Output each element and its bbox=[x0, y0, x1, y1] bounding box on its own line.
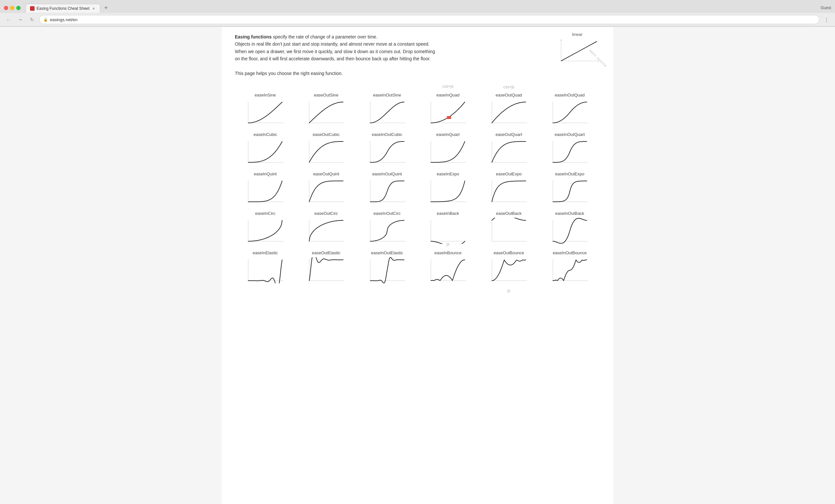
easing-cell-easeoutexpo[interactable]: easeOutExpo bbox=[478, 169, 539, 208]
easeInQuart-svg bbox=[425, 139, 471, 165]
easing-name-easeinoutexpo: easeInOutExpo bbox=[555, 171, 585, 176]
easing-name-easeinexpo: easeInExpo bbox=[437, 171, 459, 176]
intro-section: Easing functions specify the rate of cha… bbox=[235, 33, 489, 77]
easing-cell-easeinoutquad[interactable]: easeInOutQuad bbox=[539, 90, 600, 129]
easeOutBack-svg bbox=[486, 218, 532, 244]
easing-name-easeinsine: easeInSine bbox=[255, 92, 276, 98]
easing-cell-easeoutelastic[interactable]: easeOutElastic bbox=[296, 248, 357, 287]
tab-bar: Easing Functions Cheat Sheet ✕ + bbox=[26, 3, 110, 13]
easing-name-easeoutquint: easeOutQuint bbox=[313, 171, 339, 176]
easeInBack-svg bbox=[425, 218, 471, 244]
easeInOutQuint-svg bbox=[364, 178, 410, 204]
easeInOutSine-svg bbox=[364, 100, 410, 126]
easing-name-easeoutback: easeOutBack bbox=[496, 211, 522, 216]
easeInCirc-svg bbox=[242, 218, 288, 244]
easing-name-easeoutquart: easeOutQuart bbox=[495, 132, 522, 137]
easing-cell-easeoutcirc[interactable]: easeOutCirc bbox=[296, 208, 357, 248]
easing-cell-easeincirc[interactable]: easeInCirc bbox=[235, 208, 296, 248]
easing-cell-easeoutback[interactable]: easeOutBack bbox=[478, 208, 539, 248]
easing-grid: easeInSineeaseOutSineeaseInOutSineeaseIn… bbox=[235, 90, 600, 287]
easeOutQuart-svg bbox=[486, 139, 532, 165]
easeInOutElastic-svg bbox=[364, 257, 410, 283]
easing-name-easeinquart: easeInQuart bbox=[436, 132, 460, 137]
svg-text:t: t bbox=[597, 59, 598, 63]
page-content: Easing functions specify the rate of cha… bbox=[222, 27, 613, 504]
easing-cell-easeoutquint[interactable]: easeOutQuint bbox=[296, 169, 357, 208]
easing-cell-easeinelastic[interactable]: easeInElastic bbox=[235, 248, 296, 287]
easing-name-easeinoutcirc: easeInOutCirc bbox=[373, 211, 401, 216]
title-bar: Easing Functions Cheat Sheet ✕ + Guest bbox=[0, 0, 835, 13]
easing-name-easeoutsine: easeOutSine bbox=[314, 92, 338, 98]
active-tab[interactable]: Easing Functions Cheat Sheet ✕ bbox=[26, 4, 100, 13]
minimize-button[interactable] bbox=[10, 6, 14, 10]
easeInOutCubic-svg bbox=[364, 139, 410, 165]
easing-cell-easeinoutelastic[interactable]: easeInOutElastic bbox=[357, 248, 418, 287]
easing-name-easeinoutquint: easeInOutQuint bbox=[372, 171, 402, 176]
easing-cell-easeinoutbounce[interactable]: easeInOutBounce bbox=[539, 248, 600, 287]
easing-cell-easeinquint[interactable]: easeInQuint bbox=[235, 169, 296, 208]
easing-name-easeoutcirc: easeOutCirc bbox=[314, 211, 338, 216]
easeInQuad-svg bbox=[425, 100, 471, 126]
easing-cell-easeoutquad[interactable]: easeOutQuad bbox=[478, 90, 539, 129]
intro-p5: This page helps you choose the right eas… bbox=[235, 70, 489, 77]
easing-name-easeoutbounce: easeOutBounce bbox=[493, 250, 524, 255]
easing-name-easeoutelastic: easeOutElastic bbox=[312, 250, 340, 255]
easing-cell-easeinbounce[interactable]: easeInBouncejs bbox=[418, 248, 478, 287]
traffic-lights bbox=[4, 6, 21, 10]
more-options-button[interactable]: ⋮ bbox=[822, 15, 831, 24]
easing-name-easeoutcubic: easeOutCubic bbox=[313, 132, 340, 137]
nav-bar: ← → ↻ 🔒 easings.net/en ⋮ bbox=[0, 13, 835, 26]
address-bar[interactable]: 🔒 easings.net/en bbox=[39, 15, 819, 24]
intro-bold: Easing functions bbox=[235, 34, 272, 39]
css-js-row-label: css+js bbox=[235, 85, 600, 89]
easeInOutBounce-svg bbox=[547, 257, 593, 283]
intro-p2: Objects in real life don't just start an… bbox=[235, 40, 489, 48]
easeInElastic-svg bbox=[242, 257, 288, 283]
easeInBounce-svg bbox=[425, 257, 471, 283]
forward-button[interactable]: → bbox=[16, 15, 25, 24]
easing-cell-easeoutcubic[interactable]: easeOutCubic bbox=[296, 129, 357, 169]
easing-name-easeinquint: easeInQuint bbox=[254, 171, 277, 176]
maximize-button[interactable] bbox=[16, 6, 21, 10]
intro-text: specify the rate of change of a paramete… bbox=[272, 34, 378, 39]
easeInOutQuad-svg bbox=[547, 100, 593, 126]
easeInSine-svg bbox=[242, 100, 288, 126]
easing-cell-easeinoutexpo[interactable]: easeInOutExpo bbox=[539, 169, 600, 208]
easeInOutExpo-svg bbox=[547, 178, 593, 204]
tab-favicon bbox=[30, 6, 35, 11]
easing-cell-easeoutbounce[interactable]: easeOutBounce bbox=[478, 248, 539, 287]
intro-p4: on the floor, and it will first accelera… bbox=[235, 55, 489, 62]
easing-name-easeinoutquad: easeInOutQuad bbox=[555, 92, 585, 98]
easing-cell-easeinexpo[interactable]: easeInExpo bbox=[418, 169, 478, 208]
tab-close-button[interactable]: ✕ bbox=[91, 6, 96, 11]
easing-cell-easeinoutquint[interactable]: easeInOutQuint bbox=[357, 169, 418, 208]
easing-name-easeinelastic: easeInElastic bbox=[253, 250, 278, 255]
easing-name-easeoutexpo: easeOutExpo bbox=[496, 171, 522, 176]
easing-cell-easeinquart[interactable]: easeInQuart bbox=[418, 129, 478, 169]
refresh-button[interactable]: ↻ bbox=[27, 15, 37, 24]
easing-name-easeinoutsine: easeInOutSine bbox=[373, 92, 401, 98]
easing-name-easeinoutcubic: easeInOutCubic bbox=[372, 132, 402, 137]
easing-cell-easeinoutcubic[interactable]: easeInOutCubic bbox=[357, 129, 418, 169]
easing-name-easeoutquad: easeOutQuad bbox=[496, 92, 522, 98]
easing-cell-easeoutquart[interactable]: easeOutQuart bbox=[478, 129, 539, 169]
browser-chrome: Easing Functions Cheat Sheet ✕ + Guest ←… bbox=[0, 0, 835, 27]
tab-title: Easing Functions Cheat Sheet bbox=[37, 6, 89, 11]
easing-cell-easeinsine[interactable]: easeInSine bbox=[235, 90, 296, 129]
easing-name-easeinoutbounce: easeInOutBounce bbox=[553, 250, 587, 255]
new-tab-button[interactable]: + bbox=[101, 3, 110, 13]
easeOutCirc-svg bbox=[303, 218, 349, 244]
easing-cell-easeincubic[interactable]: easeInCubic bbox=[235, 129, 296, 169]
back-button[interactable]: ← bbox=[4, 15, 13, 24]
easing-cell-easeinoutquart[interactable]: easeInOutQuart bbox=[539, 129, 600, 169]
easing-cell-easeoutsine[interactable]: easeOutSine bbox=[296, 90, 357, 129]
easing-cell-easeinoutback[interactable]: easeInOutBack bbox=[539, 208, 600, 248]
easing-cell-easeinoutsine[interactable]: easeInOutSine bbox=[357, 90, 418, 129]
easing-cell-easeinoutcirc[interactable]: easeInOutCirc bbox=[357, 208, 418, 248]
easeInOutQuart-svg bbox=[547, 139, 593, 165]
linear-preview[interactable]: linear x t bbox=[554, 32, 600, 65]
easing-cell-easeinquad[interactable]: easeInQuadcss+js bbox=[418, 90, 478, 129]
linear-graph: x t bbox=[554, 38, 600, 64]
easeInCubic-svg bbox=[242, 139, 288, 165]
close-button[interactable] bbox=[4, 6, 8, 10]
